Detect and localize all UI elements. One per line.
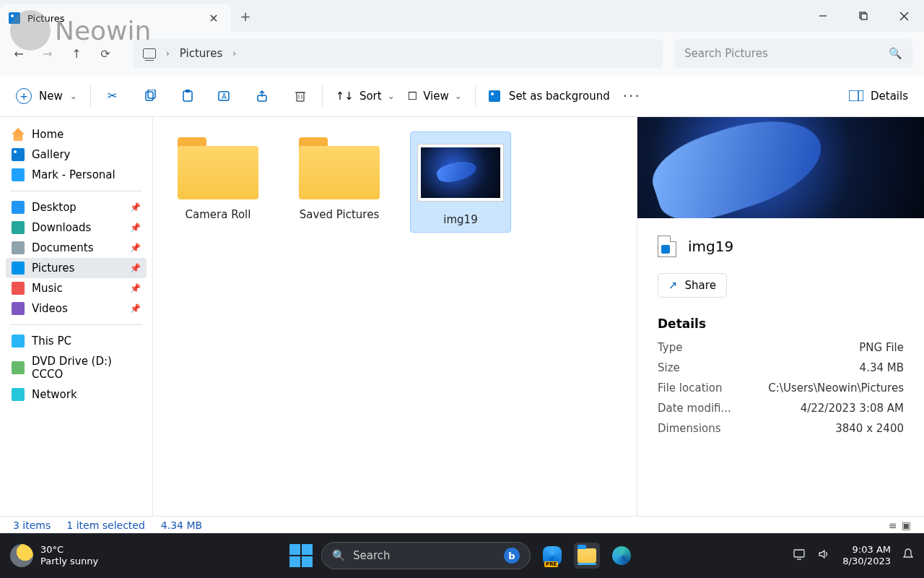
home-icon — [12, 128, 25, 141]
sidebar-item-desktop[interactable]: Desktop📌 — [6, 197, 147, 217]
rename-button[interactable]: A — [217, 87, 234, 105]
chevron-down-icon: ⌄ — [455, 91, 462, 101]
close-tab-icon[interactable]: ✕ — [205, 9, 222, 27]
svg-rect-6 — [148, 90, 155, 98]
breadcrumb[interactable]: › Pictures › — [133, 39, 663, 68]
address-bar: ← → ↑ ⟳ › Pictures › Search Pictures 🔍 — [0, 32, 924, 75]
file-name: img19 — [688, 238, 733, 255]
chevron-down-icon: ⌄ — [70, 91, 77, 101]
maximize-button[interactable] — [843, 0, 884, 32]
new-button[interactable]: + New ⌄ — [16, 88, 77, 104]
clock[interactable]: 9:03 AM 8/30/2023 — [842, 544, 891, 566]
content-area[interactable]: Camera Roll Saved Pictures img19 — [153, 117, 637, 516]
sidebar-item-videos[interactable]: Videos📌 — [6, 298, 147, 319]
refresh-button[interactable]: ⟳ — [98, 46, 113, 61]
network-icon — [12, 388, 25, 401]
delete-button[interactable] — [292, 87, 309, 105]
pictures-icon — [9, 12, 20, 24]
set-background-button[interactable]: Set as background — [489, 90, 610, 103]
minimize-button[interactable] — [803, 0, 843, 32]
more-button[interactable]: ··· — [623, 87, 641, 105]
status-size: 4.34 MB — [161, 519, 202, 531]
close-window-button[interactable] — [884, 0, 924, 32]
chevron-right-icon: › — [166, 48, 170, 59]
breadcrumb-current[interactable]: Pictures — [180, 47, 222, 60]
pin-icon: 📌 — [130, 202, 141, 212]
explorer-button[interactable] — [574, 543, 600, 569]
start-button[interactable] — [289, 544, 313, 567]
thumbnail — [417, 144, 504, 202]
svg-rect-5 — [146, 92, 153, 100]
search-placeholder: Search Pictures — [684, 47, 768, 60]
sidebar-item-onedrive[interactable]: Mark - Personal — [6, 165, 147, 185]
weather-widget[interactable]: 30°C Partly sunny — [10, 544, 98, 567]
pin-icon: 📌 — [130, 263, 141, 273]
sidebar-item-music[interactable]: Music📌 — [6, 278, 147, 298]
weather-temp: 30°C — [40, 544, 98, 556]
status-count: 3 items — [13, 519, 51, 531]
edge-button[interactable] — [609, 543, 635, 569]
sidebar-item-downloads[interactable]: Downloads📌 — [6, 217, 147, 238]
network-tray-icon[interactable] — [793, 548, 806, 563]
cloud-icon — [12, 168, 25, 181]
sidebar-item-this-pc[interactable]: This PC — [6, 331, 147, 351]
taskbar: 30°C Partly sunny 🔍 Search b 9:03 AM 8/3… — [0, 533, 924, 578]
copilot-button[interactable] — [539, 543, 565, 569]
forward-button[interactable]: → — [40, 46, 55, 61]
share-button[interactable] — [254, 87, 271, 105]
folder-saved-pictures[interactable]: Saved Pictures — [289, 131, 390, 227]
share-icon: ↗ — [668, 279, 678, 292]
sidebar: Home Gallery Mark - Personal Desktop📌 Do… — [0, 117, 153, 516]
new-tab-button[interactable]: + — [231, 9, 260, 24]
sidebar-item-home[interactable]: Home — [6, 124, 147, 144]
sidebar-item-network[interactable]: Network — [6, 384, 147, 405]
pictures-icon — [12, 262, 25, 275]
sidebar-item-documents[interactable]: Documents📌 — [6, 238, 147, 258]
view-button[interactable]: ☐ View ⌄ — [408, 90, 462, 103]
list-view-icon[interactable]: ≡ — [889, 519, 897, 531]
dvd-icon — [12, 361, 25, 374]
plus-icon: + — [16, 88, 32, 104]
prop-modified: Date modifi...4/22/2023 3:08 AM — [658, 402, 904, 415]
file-type-icon — [658, 236, 676, 257]
share-button[interactable]: ↗ Share — [658, 273, 727, 298]
view-icon: ☐ — [408, 90, 417, 103]
details-toggle-button[interactable]: Details — [849, 90, 908, 103]
details-pane: img19 ↗ Share Details TypePNG File Size4… — [637, 117, 924, 516]
prop-type: TypePNG File — [658, 341, 904, 354]
svg-rect-12 — [297, 92, 304, 101]
copy-button[interactable] — [141, 87, 159, 105]
file-img19[interactable]: img19 — [410, 131, 511, 233]
gallery-icon — [12, 148, 25, 161]
grid-view-icon[interactable]: ▣ — [902, 519, 911, 531]
videos-icon — [12, 302, 25, 315]
pin-icon: 📌 — [130, 303, 141, 314]
search-input[interactable]: Search Pictures 🔍 — [674, 39, 912, 68]
back-button[interactable]: ← — [12, 46, 26, 61]
status-selected: 1 item selected — [66, 519, 145, 531]
sidebar-item-pictures[interactable]: Pictures📌 — [6, 258, 147, 278]
sort-button[interactable]: ↑↓ Sort ⌄ — [336, 90, 395, 103]
window-tab[interactable]: Pictures ✕ — [0, 4, 231, 32]
cut-button[interactable]: ✂ — [104, 87, 121, 105]
pin-icon: 📌 — [130, 243, 141, 253]
prop-size: Size4.34 MB — [658, 361, 904, 374]
sidebar-item-gallery[interactable]: Gallery — [6, 144, 147, 165]
up-button[interactable]: ↑ — [69, 46, 84, 61]
search-icon: 🔍 — [889, 47, 902, 60]
paste-button[interactable] — [179, 87, 196, 105]
taskbar-search[interactable]: 🔍 Search b — [321, 542, 531, 569]
toolbar: + New ⌄ ✂ A ↑↓ Sort ⌄ ☐ View ⌄ Set as ba… — [0, 75, 924, 117]
chevron-right-icon[interactable]: › — [232, 48, 236, 59]
notifications-icon[interactable] — [902, 548, 914, 564]
volume-tray-icon[interactable] — [818, 548, 831, 563]
chevron-down-icon: ⌄ — [388, 91, 395, 101]
sidebar-item-dvd[interactable]: DVD Drive (D:) CCCO — [6, 351, 147, 384]
pin-icon: 📌 — [130, 223, 141, 233]
picture-icon — [489, 90, 500, 102]
folder-camera-roll[interactable]: Camera Roll — [167, 131, 269, 227]
status-bar: 3 items 1 item selected 4.34 MB ≡ ▣ — [0, 516, 924, 533]
folder-icon — [299, 137, 380, 199]
desktop-icon — [12, 201, 25, 214]
svg-rect-16 — [849, 90, 863, 101]
